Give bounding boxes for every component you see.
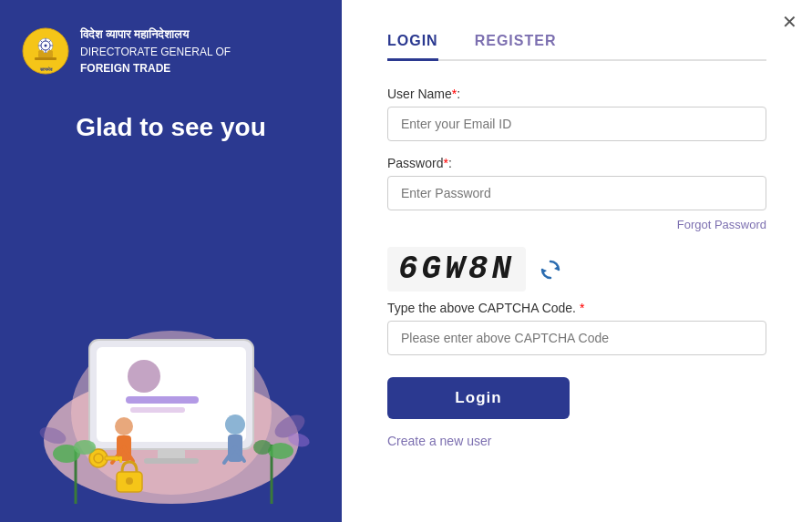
refresh-captcha-icon[interactable] [539, 258, 562, 281]
svg-point-45 [268, 443, 293, 459]
brand: सत्यमेव विदेश व्यापार महानिदेशालय DIRECT… [22, 26, 320, 77]
forgot-password-link[interactable]: Forgot Password [677, 218, 766, 231]
captcha-row: 6GW8N [387, 247, 766, 292]
svg-rect-34 [115, 456, 118, 461]
captcha-group: Type the above CAPTCHA Code. * [387, 301, 766, 355]
svg-point-36 [126, 477, 133, 485]
forgot-link[interactable]: Forgot Password [387, 216, 766, 232]
left-panel: सत्यमेव विदेश व्यापार महानिदेशालय DIRECT… [0, 0, 342, 522]
brand-line2: FOREIGN TRADE [80, 60, 231, 77]
password-input[interactable] [387, 176, 766, 210]
svg-point-3 [45, 44, 47, 46]
svg-point-37 [225, 415, 245, 435]
username-input[interactable] [387, 107, 766, 141]
captcha-image: 6GW8N [387, 247, 526, 292]
svg-point-14 [38, 50, 44, 54]
tab-register[interactable]: REGISTER [475, 33, 557, 61]
svg-rect-22 [126, 396, 199, 404]
svg-point-46 [253, 440, 272, 455]
close-button[interactable]: ✕ [782, 11, 797, 33]
svg-rect-32 [105, 456, 121, 460]
modal: ✕ [0, 0, 812, 522]
brand-line1: DIRECTORATE GENERAL OF [80, 44, 231, 60]
login-button[interactable]: Login [387, 377, 570, 419]
svg-point-21 [128, 360, 160, 393]
password-group: Password*: Forgot Password [387, 156, 766, 232]
svg-rect-23 [130, 407, 185, 413]
emblem-icon: सत्यमेव [22, 27, 69, 75]
captcha-label: Type the above CAPTCHA Code. * [387, 301, 766, 315]
username-label: User Name*: [387, 87, 766, 101]
tabs: LOGIN REGISTER [387, 33, 766, 61]
tab-login[interactable]: LOGIN [387, 33, 438, 61]
illustration [22, 160, 320, 505]
svg-point-15 [47, 50, 53, 54]
username-group: User Name*: [387, 87, 766, 141]
tagline: Glad to see you [22, 113, 320, 142]
brand-text: विदेश व्यापार महानिदेशालय DIRECTORATE GE… [80, 26, 231, 77]
password-label: Password*: [387, 156, 766, 170]
captcha-input[interactable] [387, 321, 766, 355]
svg-rect-13 [35, 57, 57, 60]
svg-rect-33 [119, 456, 122, 463]
right-panel: LOGIN REGISTER User Name*: Password*: Fo… [342, 0, 812, 522]
brand-hindi: विदेश व्यापार महानिदेशालय [80, 26, 231, 44]
svg-text:सत्यमेव: सत्यमेव [39, 67, 53, 72]
create-user-link[interactable]: Create a new user [387, 434, 766, 448]
svg-point-43 [74, 440, 96, 455]
svg-rect-25 [144, 458, 199, 464]
svg-point-26 [115, 417, 133, 435]
